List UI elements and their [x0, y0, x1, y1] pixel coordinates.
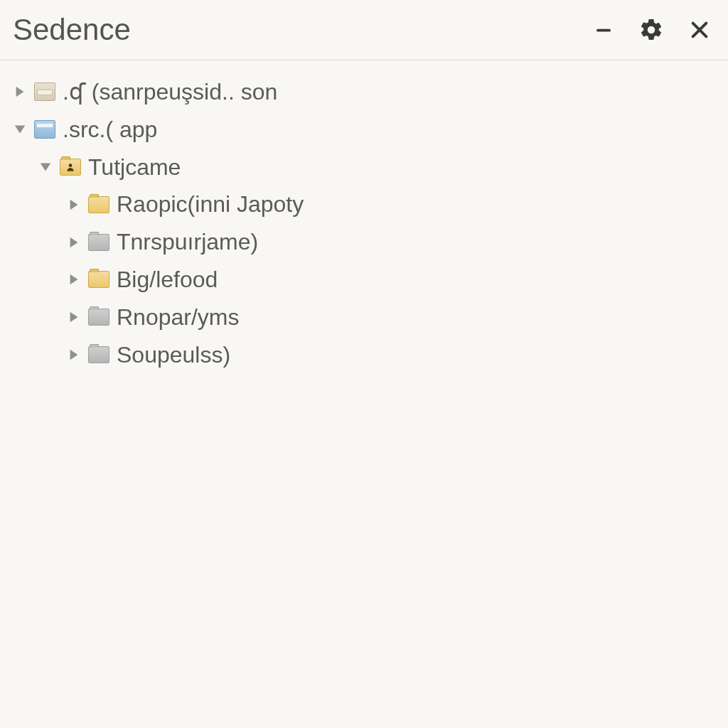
folder-user-icon — [60, 159, 81, 176]
svg-marker-3 — [16, 87, 24, 97]
tree-node-label: Big/lefood — [117, 267, 218, 293]
close-icon — [688, 18, 711, 41]
minimize-icon — [593, 19, 614, 41]
svg-marker-11 — [70, 350, 78, 360]
folder-icon — [88, 271, 109, 288]
folder-icon — [88, 346, 109, 363]
chevron-right-icon[interactable] — [67, 348, 81, 361]
chevron-right-icon[interactable] — [67, 236, 81, 249]
tree-node[interactable]: Tutjcame — [10, 149, 718, 186]
tree-node-label: Rnopar/yms — [117, 304, 240, 331]
tree-node-label: Tnrspuırjame) — [117, 229, 258, 255]
folder-icon — [88, 234, 109, 251]
svg-marker-10 — [70, 312, 78, 322]
tree-node[interactable]: Soupeulss) — [10, 336, 718, 374]
svg-marker-5 — [41, 164, 50, 171]
chevron-right-icon[interactable] — [13, 85, 27, 98]
tree-node-label: Raopic(inni Japoty — [117, 191, 304, 218]
svg-marker-8 — [70, 237, 78, 247]
file-icon — [34, 82, 55, 101]
chevron-right-icon[interactable] — [67, 273, 81, 286]
folder-icon — [88, 196, 109, 213]
file-tree: .ʠ (sanrpeuşsid.. son .src.( app Tutjcam… — [0, 60, 728, 728]
tree-node-label: .ʠ (sanrpeuşsid.. son — [63, 79, 277, 105]
tree-node[interactable]: Raopic(inni Japoty — [10, 186, 718, 223]
app-title: Sedence — [13, 13, 131, 47]
chevron-right-icon[interactable] — [67, 311, 81, 323]
svg-rect-0 — [596, 29, 611, 32]
tree-node[interactable]: Big/lefood — [10, 261, 718, 299]
svg-point-6 — [69, 164, 73, 167]
svg-marker-7 — [70, 200, 78, 210]
titlebar-controls — [593, 17, 711, 43]
tree-node-label: Soupeulss) — [117, 342, 230, 368]
tree-node-label: Tutjcame — [88, 154, 181, 181]
app-window: Sedence .ʠ (sanrpeuşsid.. son — [0, 0, 728, 728]
chevron-down-icon[interactable] — [38, 161, 53, 173]
settings-button[interactable] — [638, 17, 664, 43]
tree-node[interactable]: .src.( app — [10, 111, 718, 149]
svg-marker-9 — [70, 274, 78, 284]
gear-icon — [638, 17, 664, 43]
titlebar: Sedence — [0, 0, 728, 60]
chevron-right-icon[interactable] — [67, 198, 81, 211]
file-icon — [34, 120, 55, 139]
svg-marker-4 — [15, 126, 25, 134]
tree-node[interactable]: .ʠ (sanrpeuşsid.. son — [10, 73, 718, 111]
chevron-down-icon[interactable] — [13, 123, 27, 136]
tree-node[interactable]: Rnopar/yms — [10, 299, 718, 336]
folder-icon — [88, 309, 109, 326]
tree-node[interactable]: Tnrspuırjame) — [10, 223, 718, 261]
close-button[interactable] — [688, 18, 711, 41]
minimize-button[interactable] — [593, 19, 614, 41]
tree-node-label: .src.( app — [63, 117, 157, 143]
